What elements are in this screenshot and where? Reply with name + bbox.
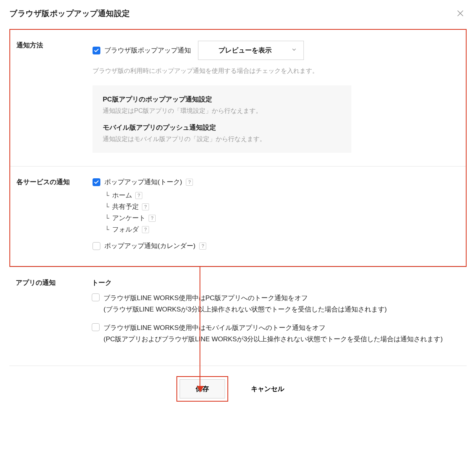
pc-off-text: ブラウザ版LINE WORKS使用中はPC版アプリへのトーク通知をオフ (ブラウ… [104, 293, 387, 315]
annotation-arrow-line [200, 267, 200, 388]
browser-popup-checkbox[interactable]: ブラウザ版ポップアップ通知 [93, 46, 191, 55]
sub-home-label: ホーム [112, 191, 132, 200]
sub-item-shared: └ 共有予定 ? [105, 201, 454, 212]
cancel-button[interactable]: キャンセル [235, 376, 300, 402]
help-icon[interactable]: ? [142, 226, 149, 233]
info-mobile-text: 通知設定はモバイル版アプリの「設定」から行なえます。 [103, 135, 341, 143]
popup-talk-checkbox[interactable]: ポップアップ通知(トーク) ? [93, 177, 454, 187]
sub-item-home: └ ホーム ? [105, 190, 454, 201]
preview-dropdown[interactable]: プレビューを表示 [198, 41, 304, 60]
checkbox-unchecked-icon [92, 323, 100, 331]
section-label-method: 通知方法 [10, 41, 93, 153]
help-icon[interactable]: ? [149, 215, 156, 222]
sub-folder-label: フォルダ [112, 225, 139, 234]
annotation-arrow-overlay: アプリの通知 トーク ブラウザ版LINE WORKS使用中はPC版アプリへのトー… [9, 267, 467, 402]
sub-survey-label: アンケート [112, 214, 145, 223]
section-label-app: アプリの通知 [9, 278, 92, 352]
sub-item-folder: └ フォルダ ? [105, 224, 454, 235]
help-icon[interactable]: ? [186, 179, 193, 186]
help-icon[interactable]: ? [142, 203, 149, 210]
checkbox-unchecked-icon [93, 242, 100, 250]
section-service-notifications: 各サービスの通知 ポップアップ通知(トーク) ? └ ホーム ? └ [10, 167, 466, 266]
info-mobile-title: モバイル版アプリのプッシュ通知設定 [103, 123, 341, 132]
browser-popup-label: ブラウザ版ポップアップ通知 [104, 46, 191, 55]
app-talk-title: トーク [92, 278, 455, 287]
pc-off-checkbox[interactable]: ブラウザ版LINE WORKS使用中はPC版アプリへのトーク通知をオフ (ブラウ… [92, 293, 455, 315]
popup-calendar-checkbox[interactable]: ポップアップ通知(カレンダー) ? [93, 241, 454, 250]
info-pc-text: 通知設定はPC版アプリの「環境設定」から行なえます。 [103, 107, 341, 115]
popup-talk-label: ポップアップ通知(トーク) [104, 177, 182, 187]
help-icon[interactable]: ? [199, 243, 206, 250]
method-helper-text: ブラウザ版の利用時にポップアップ通知を使用する場合はチェックを入れます。 [93, 67, 454, 75]
help-icon[interactable]: ? [135, 192, 142, 199]
branch-icon: └ [105, 203, 109, 211]
mobile-off-text: ブラウザ版LINE WORKS使用中はモバイル版アプリへのトーク通知をオフ (P… [104, 322, 443, 345]
pc-off-label: ブラウザ版LINE WORKS使用中はPC版アプリへのトーク通知をオフ [104, 294, 308, 302]
info-pc-title: PC版アプリのポップアップ通知設定 [103, 95, 341, 104]
branch-icon: └ [105, 192, 109, 199]
pc-off-note: (ブラウザ版LINE WORKSが3分以上操作されない状態でトークを受信した場合… [104, 304, 387, 315]
checkbox-unchecked-icon [92, 293, 100, 301]
section-notification-method: 通知方法 ブラウザ版ポップアップ通知 プレビューを表示 ブラウザ版の利用時にポッ… [10, 30, 466, 167]
talk-sub-list: └ ホーム ? └ 共有予定 ? └ アンケート ? └ フォルダ ? [105, 190, 454, 235]
annotation-arrow-head [197, 386, 204, 392]
chevron-down-icon [291, 46, 297, 54]
popup-calendar-label: ポップアップ通知(カレンダー) [104, 241, 195, 250]
close-icon [456, 9, 465, 18]
highlight-region: 通知方法 ブラウザ版ポップアップ通知 プレビューを表示 ブラウザ版の利用時にポッ… [9, 29, 467, 267]
sub-shared-label: 共有予定 [112, 202, 139, 211]
section-label-services: 各サービスの通知 [10, 177, 93, 253]
info-box: PC版アプリのポップアップ通知設定 通知設定はPC版アプリの「環境設定」から行な… [93, 85, 351, 153]
mobile-off-checkbox[interactable]: ブラウザ版LINE WORKS使用中はモバイル版アプリへのトーク通知をオフ (P… [92, 322, 455, 345]
dialog-footer: 保存 キャンセル [9, 366, 467, 402]
branch-icon: └ [105, 214, 109, 222]
checkbox-checked-icon [93, 178, 100, 186]
dropdown-label: プレビューを表示 [218, 46, 272, 55]
close-button[interactable] [454, 7, 467, 20]
checkbox-checked-icon [93, 47, 100, 54]
dialog-title: ブラウザ版ポップアップ通知設定 [9, 8, 130, 19]
section-app-notifications: アプリの通知 トーク ブラウザ版LINE WORKS使用中はPC版アプリへのトー… [9, 267, 467, 366]
branch-icon: └ [105, 226, 109, 234]
sub-item-survey: └ アンケート ? [105, 212, 454, 224]
dialog-header: ブラウザ版ポップアップ通知設定 [9, 4, 467, 29]
mobile-off-label: ブラウザ版LINE WORKS使用中はモバイル版アプリへのトーク通知をオフ [104, 324, 325, 331]
mobile-off-note: (PC版アプリおよびブラウザ版LINE WORKSが3分以上操作されない状態でト… [104, 334, 443, 345]
